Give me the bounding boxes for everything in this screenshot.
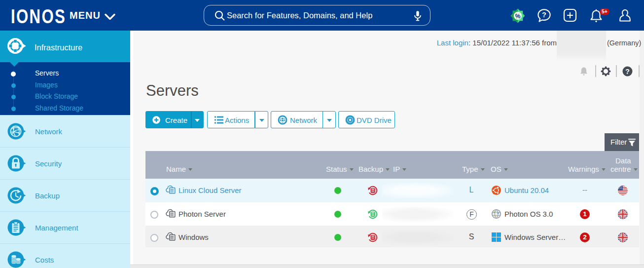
svg-text:?: ? (542, 11, 546, 19)
svg-text:5+: 5+ (602, 8, 608, 14)
svg-text:%: % (515, 13, 521, 20)
svg-text:?: ? (625, 68, 630, 76)
